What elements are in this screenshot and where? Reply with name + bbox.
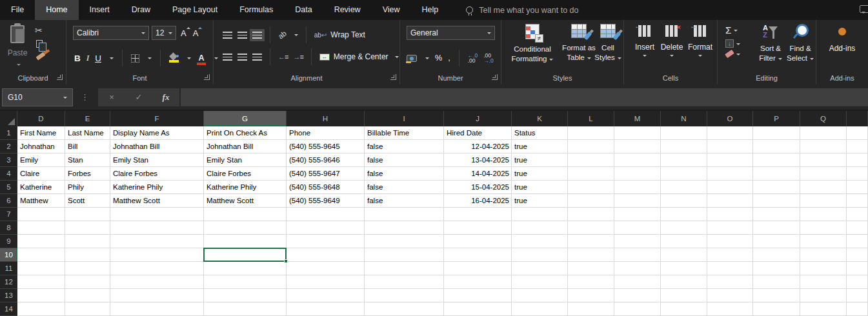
delete-cells-button[interactable]: × Delete bbox=[658, 25, 686, 57]
cell-H3[interactable]: (540) 555-9646 bbox=[287, 153, 365, 167]
cell-E1[interactable]: Last Name bbox=[65, 126, 110, 140]
cell-H5[interactable]: (540) 555-9648 bbox=[287, 181, 365, 194]
format-painter-icon[interactable] bbox=[36, 52, 46, 61]
insert-cells-button[interactable]: ← Insert bbox=[631, 25, 659, 57]
percent-style-button[interactable]: % bbox=[435, 54, 442, 63]
tab-view[interactable]: View bbox=[372, 0, 411, 20]
font-dialog-launcher-icon[interactable] bbox=[204, 74, 210, 80]
italic-button[interactable]: I bbox=[86, 53, 90, 63]
borders-button-icon[interactable] bbox=[131, 54, 139, 63]
autosum-button[interactable]: Σ bbox=[725, 25, 740, 35]
increase-decimal-button[interactable]: ←.0.00 bbox=[468, 53, 478, 63]
cell-I1[interactable]: Billable Time bbox=[365, 126, 444, 140]
middle-align-button[interactable] bbox=[237, 32, 247, 39]
cell-E4[interactable]: Forbes bbox=[65, 167, 110, 181]
cell-K1[interactable]: Status bbox=[512, 126, 568, 140]
tab-file[interactable]: File bbox=[0, 0, 35, 20]
fill-color-button-icon[interactable] bbox=[169, 54, 179, 63]
orientation-button[interactable]: ab bbox=[277, 29, 288, 40]
row-header-4[interactable]: 4 bbox=[0, 167, 17, 181]
row-header-13[interactable]: 13 bbox=[0, 289, 17, 302]
cell-F2[interactable]: Johnathan Bill bbox=[110, 140, 204, 153]
insert-function-button[interactable]: fx bbox=[152, 92, 179, 103]
row-header-3[interactable]: 3 bbox=[0, 153, 17, 167]
addins-button[interactable]: Add-ins bbox=[816, 28, 868, 53]
cell-F4[interactable]: Claire Forbes bbox=[110, 167, 204, 181]
col-header-N[interactable]: N bbox=[661, 111, 707, 126]
cell-J2[interactable]: 12-04-2025 bbox=[444, 140, 512, 153]
row-header-11[interactable]: 11 bbox=[0, 262, 17, 275]
cell-K2[interactable]: true bbox=[512, 140, 568, 153]
cell-G2[interactable]: Johnathan Bill bbox=[204, 140, 287, 153]
fill-handle[interactable] bbox=[284, 259, 288, 263]
cell-E2[interactable]: Bill bbox=[65, 140, 110, 153]
col-header-G[interactable]: G bbox=[204, 111, 287, 126]
comma-style-button[interactable]: , bbox=[448, 54, 450, 63]
cell-D2[interactable]: Johnathan bbox=[17, 140, 65, 153]
cell-F6[interactable]: Matthew Scott bbox=[110, 194, 204, 208]
accounting-format-icon[interactable] bbox=[407, 55, 417, 62]
row-header-10[interactable]: 10 bbox=[0, 248, 17, 262]
increase-indent-button[interactable]: →≡ bbox=[293, 53, 303, 61]
col-header-L[interactable]: L bbox=[568, 111, 614, 126]
font-name-combo[interactable]: Calibri bbox=[73, 26, 149, 40]
cell-D3[interactable]: Emily bbox=[17, 153, 65, 167]
col-header-F[interactable]: F bbox=[110, 111, 204, 126]
cell-J5[interactable]: 15-04-2025 bbox=[444, 181, 512, 194]
clipboard-dialog-launcher-icon[interactable] bbox=[57, 74, 63, 80]
font-color-button-icon[interactable]: A bbox=[197, 54, 206, 63]
align-right-button[interactable] bbox=[252, 54, 262, 61]
tab-draw[interactable]: Draw bbox=[121, 0, 161, 20]
cell-F3[interactable]: Emily Stan bbox=[110, 153, 204, 167]
cell-G3[interactable]: Emily Stan bbox=[204, 153, 287, 167]
alignment-dialog-launcher-icon[interactable] bbox=[390, 74, 396, 80]
comment-icon[interactable] bbox=[860, 5, 868, 13]
top-align-button[interactable] bbox=[223, 32, 232, 39]
formula-input[interactable] bbox=[181, 88, 868, 106]
bottom-align-button[interactable] bbox=[252, 32, 262, 39]
tell-me-box[interactable]: Tell me what you want to do bbox=[466, 0, 578, 20]
paste-button[interactable]: Paste bbox=[5, 25, 30, 74]
col-header-I[interactable]: I bbox=[365, 111, 444, 126]
wrap-text-button[interactable]: ab↩ Wrap Text bbox=[314, 30, 365, 39]
cell-I4[interactable]: false bbox=[365, 167, 444, 181]
cell-G1[interactable]: Print On Check As bbox=[204, 126, 287, 140]
cell-J1[interactable]: Hired Date bbox=[444, 126, 512, 140]
row-header-7[interactable]: 7 bbox=[0, 208, 17, 221]
number-dialog-launcher-icon[interactable] bbox=[492, 74, 498, 80]
tab-insert[interactable]: Insert bbox=[79, 0, 121, 20]
cell-H2[interactable]: (540) 555-9645 bbox=[287, 140, 365, 153]
row-header-14[interactable]: 14 bbox=[0, 302, 17, 316]
clear-button[interactable] bbox=[725, 52, 740, 56]
cell-E6[interactable]: Scott bbox=[65, 194, 110, 208]
chevron-down-icon[interactable] bbox=[148, 57, 152, 61]
decrease-indent-button[interactable]: ←≡ bbox=[278, 53, 288, 61]
format-as-table-button[interactable]: Format as Table bbox=[561, 24, 597, 62]
sort-filter-button[interactable]: A Z Sort & Filter bbox=[755, 24, 786, 63]
format-cells-button[interactable]: ↔ Format bbox=[686, 25, 714, 57]
cell-D4[interactable]: Claire bbox=[17, 167, 65, 181]
col-header-partial[interactable] bbox=[847, 111, 868, 126]
tab-review[interactable]: Review bbox=[323, 0, 372, 20]
cell-D1[interactable]: First Name bbox=[17, 126, 65, 140]
cancel-button[interactable]: × bbox=[98, 92, 125, 102]
cell-E3[interactable]: Stan bbox=[65, 153, 110, 167]
col-header-Q[interactable]: Q bbox=[800, 111, 847, 126]
tab-data[interactable]: Data bbox=[284, 0, 323, 20]
row-header-12[interactable]: 12 bbox=[0, 275, 17, 289]
col-header-H[interactable]: H bbox=[287, 111, 365, 126]
shrink-font-button[interactable]: A bbox=[191, 28, 201, 38]
row-header-1[interactable]: 1 bbox=[0, 126, 17, 140]
select-all-button[interactable] bbox=[0, 111, 17, 126]
tab-help[interactable]: Help bbox=[411, 0, 450, 20]
enter-button[interactable]: ✓ bbox=[125, 92, 152, 102]
bold-button[interactable]: B bbox=[74, 54, 81, 63]
number-format-combo[interactable]: General bbox=[407, 26, 495, 40]
cell-I3[interactable]: false bbox=[365, 153, 444, 167]
row-header-9[interactable]: 9 bbox=[0, 235, 17, 248]
cell-E5[interactable]: Phily bbox=[65, 181, 110, 194]
cell-J3[interactable]: 13-04-2025 bbox=[444, 153, 512, 167]
align-left-button[interactable] bbox=[223, 54, 232, 61]
col-header-M[interactable]: M bbox=[614, 111, 661, 126]
cell-I2[interactable]: false bbox=[365, 140, 444, 153]
